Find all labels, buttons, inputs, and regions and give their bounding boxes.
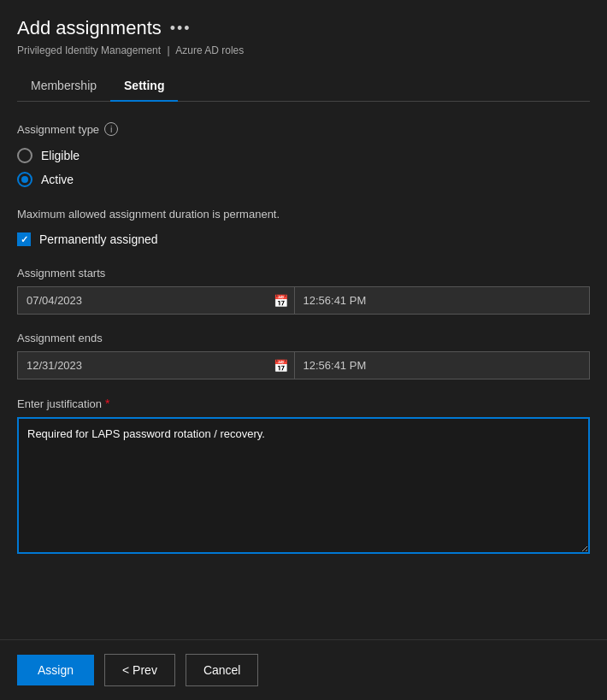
tab-setting[interactable]: Setting (110, 70, 178, 101)
ends-time-input[interactable] (295, 351, 591, 379)
starts-date-wrapper: 📅 (17, 286, 295, 315)
checkbox-box (17, 232, 31, 246)
required-star: * (105, 397, 109, 410)
tabs-row: Membership Setting (17, 70, 590, 102)
subtitle: Privileged Identity Management | Azure A… (17, 44, 590, 56)
assign-button[interactable]: Assign (17, 655, 94, 685)
radio-eligible-label: Eligible (41, 149, 80, 162)
main-content: Assignment type i Eligible Active Maximu… (0, 102, 607, 639)
prev-button[interactable]: < Prev (104, 654, 175, 686)
assignment-type-label: Assignment type (17, 123, 99, 136)
justification-textarea[interactable]: Required for LAPS password rotation / re… (17, 417, 590, 554)
assignment-starts-inputs: 📅 (17, 286, 590, 315)
permanent-note: Maximum allowed assignment duration is p… (17, 208, 590, 221)
assignment-starts-group: Assignment starts 📅 (17, 267, 590, 315)
permanently-assigned-checkbox[interactable]: Permanently assigned (17, 232, 590, 246)
justification-group: Enter justification * Required for LAPS … (17, 397, 590, 556)
page-title: Add assignments (17, 17, 162, 39)
ends-date-input[interactable] (17, 351, 295, 379)
tab-membership[interactable]: Membership (17, 70, 110, 101)
radio-active-label: Active (41, 173, 74, 186)
assignment-ends-group: Assignment ends 📅 (17, 332, 590, 379)
starts-time-input[interactable] (295, 286, 591, 315)
assignment-ends-label: Assignment ends (17, 332, 590, 344)
more-options-icon[interactable]: ••• (170, 20, 192, 38)
assignment-ends-inputs: 📅 (17, 351, 590, 379)
footer-section: Assign < Prev Cancel (0, 639, 607, 700)
radio-active-circle (17, 172, 32, 187)
starts-date-input[interactable] (17, 286, 295, 315)
assignment-type-section: Assignment type i (17, 122, 590, 136)
subtitle-separator: | (167, 44, 169, 56)
justification-label: Enter justification * (17, 397, 590, 410)
info-icon[interactable]: i (104, 122, 118, 136)
ends-date-wrapper: 📅 (17, 351, 295, 379)
title-row: Add assignments ••• (17, 17, 590, 39)
checkbox-label: Permanently assigned (39, 232, 158, 246)
radio-active[interactable]: Active (17, 172, 590, 187)
assignment-starts-label: Assignment starts (17, 267, 590, 279)
page-container: Add assignments ••• Privileged Identity … (0, 0, 607, 700)
radio-group: Eligible Active (17, 148, 590, 187)
header-section: Add assignments ••• Privileged Identity … (0, 0, 607, 102)
radio-eligible-circle (17, 148, 32, 163)
cancel-button[interactable]: Cancel (186, 654, 259, 686)
subtitle-part1: Privileged Identity Management (17, 44, 161, 56)
subtitle-part2: Azure AD roles (175, 44, 244, 56)
radio-eligible[interactable]: Eligible (17, 148, 590, 163)
